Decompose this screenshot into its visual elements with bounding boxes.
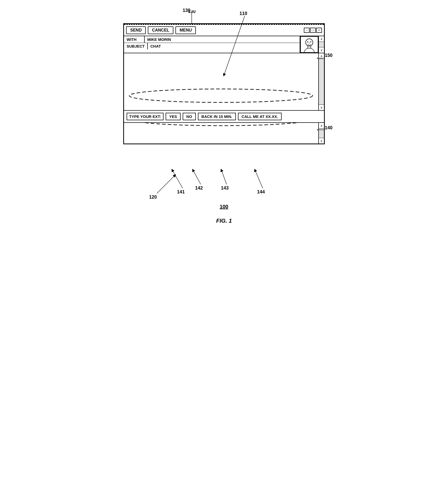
menu-button[interactable]: MENU: [175, 26, 196, 34]
window-controls: − □ ×: [304, 28, 322, 33]
message-scrollbar: ∧ ∨: [318, 53, 324, 110]
svg-text:140: 140: [325, 125, 333, 130]
yes-button[interactable]: YES: [166, 113, 181, 120]
send-button[interactable]: SEND: [126, 26, 146, 34]
scroll-up-msg[interactable]: ∧: [319, 53, 324, 59]
avatar: [300, 36, 318, 53]
svg-point-5: [307, 41, 308, 42]
scroll-down-input[interactable]: ∨: [319, 138, 324, 144]
quick-reply-bar: TYPE YOUR EXT: YES NO BACK IN 15 MIN. CA…: [124, 111, 324, 123]
svg-text:110: 110: [240, 11, 247, 16]
svg-text:144: 144: [257, 189, 265, 194]
header-fields: WITH MIKE MORIN SUBJECT CHAT: [124, 36, 300, 53]
svg-text:141: 141: [177, 189, 185, 194]
ext-label: TYPE YOUR EXT:: [127, 113, 164, 120]
svg-line-23: [255, 170, 263, 188]
scroll-up-header[interactable]: ∧: [319, 36, 324, 42]
main-window: SEND CANCEL MENU − □ × WITH MIKE MORIN S…: [123, 23, 325, 144]
figure-number: 100: [113, 204, 335, 210]
call-me-button[interactable]: CALL ME AT XX.XX.: [238, 113, 282, 120]
with-row: WITH MIKE MORIN: [124, 36, 300, 43]
scroll-down-msg[interactable]: ∨: [319, 104, 324, 110]
toolbar: SEND CANCEL MENU − □ ×: [124, 25, 324, 36]
scroll-track-header: [319, 42, 324, 47]
back-in-15-button[interactable]: BACK IN 15 MIN.: [198, 113, 236, 120]
no-button[interactable]: NO: [183, 113, 196, 120]
svg-line-19: [193, 170, 201, 184]
scroll-track-msg: [319, 59, 324, 104]
figure-caption: FIG. 1: [216, 217, 232, 224]
message-area-wrapper: ∧ ∨: [124, 53, 324, 111]
scroll-up-input[interactable]: ∧: [319, 123, 324, 129]
ref-label-130: 130: [183, 8, 190, 13]
header-section: WITH MIKE MORIN SUBJECT CHAT: [124, 36, 324, 53]
svg-text:150: 150: [325, 53, 333, 58]
close-button[interactable]: ×: [316, 28, 322, 33]
svg-line-15: [157, 175, 175, 193]
scroll-track-input: [319, 129, 324, 138]
subject-value: CHAT: [148, 43, 300, 49]
message-area[interactable]: [124, 53, 318, 110]
input-scrollbar: ∧ ∨: [318, 123, 324, 144]
toolbar-buttons: SEND CANCEL MENU: [126, 26, 196, 34]
with-label: WITH: [124, 36, 145, 43]
maximize-button[interactable]: □: [310, 28, 316, 33]
svg-rect-8: [308, 46, 311, 48]
with-value: MIKE MORIN: [145, 36, 300, 43]
svg-text:142: 142: [195, 185, 203, 191]
annotation-arrows: 120 141 142 143 144: [113, 144, 335, 201]
input-area[interactable]: [124, 123, 318, 144]
svg-text:143: 143: [221, 185, 229, 191]
avatar-image: [302, 37, 317, 52]
subject-label: SUBJECT: [124, 43, 148, 49]
svg-text:120: 120: [149, 194, 157, 200]
svg-point-6: [310, 41, 311, 42]
subject-row: SUBJECT CHAT: [124, 43, 300, 49]
header-scrollbar: ∧ ∨: [318, 36, 324, 53]
minimize-button[interactable]: −: [304, 28, 310, 33]
cancel-button[interactable]: CANCEL: [148, 26, 173, 34]
scroll-down-header[interactable]: ∨: [319, 47, 324, 53]
input-area-wrapper: ∧ ∨: [124, 123, 324, 144]
svg-line-17: [172, 170, 183, 188]
svg-line-21: [221, 170, 227, 184]
